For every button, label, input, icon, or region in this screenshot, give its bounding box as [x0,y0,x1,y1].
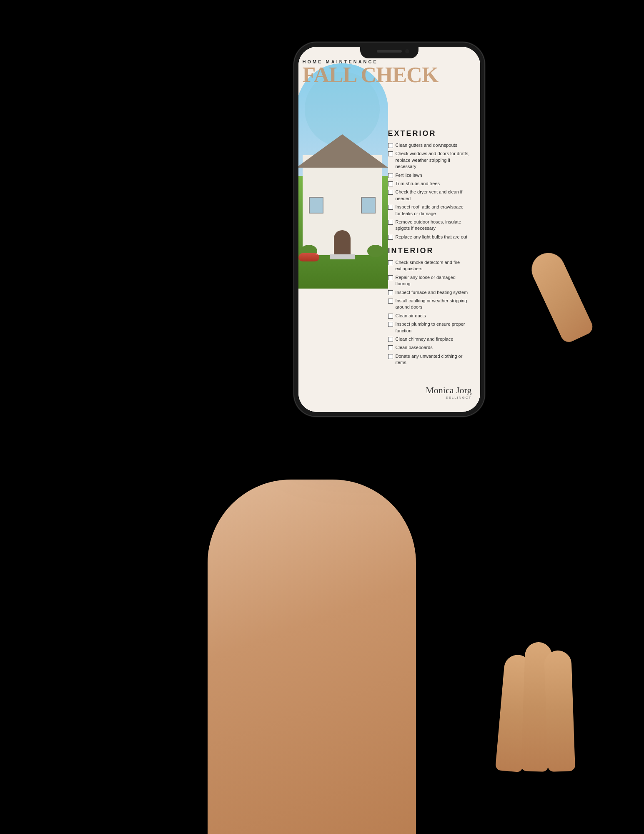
checkbox-13[interactable] [388,314,393,319]
finger-3 [544,650,575,772]
list-item: Fertilize lawn [388,172,470,178]
checkbox-17[interactable] [388,354,393,359]
list-item: Replace any light bulbs that are out [388,234,470,240]
checkbox-11[interactable] [388,290,393,295]
list-item: Donate any unwanted clothing or items [388,353,470,366]
notch-camera [405,49,409,53]
item-text-12: Install caulking or weather stripping ar… [396,298,470,311]
item-text-4: Trim shrubs and trees [396,181,440,187]
list-item: Check windows and doors for drafts, repl… [388,151,470,170]
item-text-7: Remove outdoor hoses, insulate spigots i… [396,219,470,232]
checkbox-15[interactable] [388,337,393,342]
scene: HOME MAINTENANCE FALL CHECK EXTERIOR Cle… [0,0,644,834]
checkbox-4[interactable] [388,181,393,186]
signature-name: Monica Jorg [426,385,471,396]
item-text-15: Clean chimney and fireplace [396,336,454,342]
checkbox-9[interactable] [388,260,393,265]
house-arch [298,63,388,289]
item-text-5: Check the dryer vent and clean if needed [396,189,470,202]
main-title: FALL CHECK [303,64,472,86]
item-text-8: Replace any light bulbs that are out [396,234,467,240]
item-text-3: Fertilize lawn [396,172,422,178]
list-item: Check smoke detectors and fire extinguis… [388,259,470,272]
list-item: Check the dryer vent and clean if needed [388,189,470,202]
item-text-6: Inspect roof, attic and crawlspace for l… [396,204,470,217]
list-item: Inspect plumbing to ensure proper functi… [388,321,470,334]
checkbox-3[interactable] [388,173,393,178]
checkbox-12[interactable] [388,299,393,304]
phone-container: HOME MAINTENANCE FALL CHECK EXTERIOR Cle… [293,42,485,417]
checklist-area: EXTERIOR Clean gutters and downspouts Ch… [382,122,476,412]
item-text-1: Clean gutters and downspouts [396,142,458,148]
list-item: Inspect furnace and heating system [388,289,470,296]
checkbox-16[interactable] [388,345,393,350]
list-item: Inspect roof, attic and crawlspace for l… [388,204,470,217]
phone-frame: HOME MAINTENANCE FALL CHECK EXTERIOR Cle… [293,42,485,417]
notch-speaker [377,50,402,53]
interior-section-title: INTERIOR [388,246,470,255]
item-text-2: Check windows and doors for drafts, repl… [396,151,470,170]
item-text-16: Clean baseboards [396,344,433,351]
checkbox-5[interactable] [388,190,393,195]
checkbox-1[interactable] [388,143,393,148]
item-text-17: Donate any unwanted clothing or items [396,353,470,366]
checkbox-6[interactable] [388,205,393,210]
thumb-right [526,247,595,344]
checkbox-8[interactable] [388,235,393,240]
item-text-14: Inspect plumbing to ensure proper functi… [396,321,470,334]
list-item: Clean chimney and fireplace [388,336,470,342]
checkbox-10[interactable] [388,275,393,280]
list-item: Clean air ducts [388,313,470,319]
item-text-11: Inspect furnace and heating system [396,289,468,296]
phone-notch [360,47,418,58]
list-item: Clean baseboards [388,344,470,351]
signature-company: SELLINGCT [426,396,471,399]
list-item: Trim shrubs and trees [388,181,470,187]
hand-background [208,480,416,834]
screen-content: HOME MAINTENANCE FALL CHECK EXTERIOR Cle… [298,47,480,412]
exterior-section-title: EXTERIOR [388,129,470,138]
item-text-10: Repair any loose or damaged flooring [396,274,470,287]
list-item: Clean gutters and downspouts [388,142,470,148]
list-item: Install caulking or weather stripping ar… [388,298,470,311]
checkbox-14[interactable] [388,322,393,327]
item-text-13: Clean air ducts [396,313,426,319]
signature-area: Monica Jorg SELLINGCT [426,385,471,399]
item-text-9: Check smoke detectors and fire extinguis… [396,259,470,272]
list-item: Repair any loose or damaged flooring [388,274,470,287]
checkbox-7[interactable] [388,220,393,225]
checkbox-2[interactable] [388,151,393,156]
title-section: HOME MAINTENANCE FALL CHECK [298,58,480,86]
phone-screen: HOME MAINTENANCE FALL CHECK EXTERIOR Cle… [298,47,480,412]
fingers-front [465,626,569,771]
list-item: Remove outdoor hoses, insulate spigots i… [388,219,470,232]
